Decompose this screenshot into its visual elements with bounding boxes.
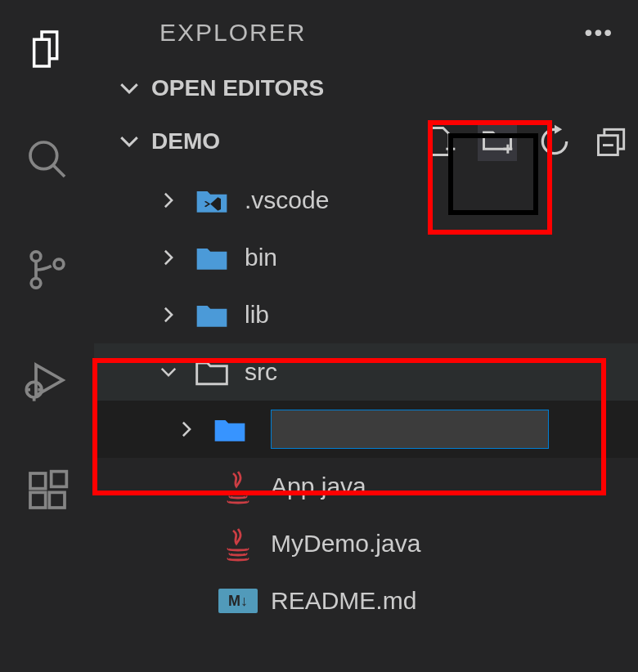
- chevron-right-icon: [176, 420, 197, 438]
- tree-folder-vscode[interactable]: .vscode: [94, 172, 638, 229]
- svg-point-3: [31, 279, 41, 289]
- svg-point-0: [30, 142, 57, 169]
- new-file-icon[interactable]: [420, 122, 460, 161]
- svg-rect-10: [30, 492, 46, 508]
- svg-point-2: [31, 252, 41, 262]
- svg-rect-9: [30, 473, 46, 489]
- chevron-right-icon: [158, 249, 179, 267]
- java-file-icon: [218, 524, 258, 563]
- file-tree: .vscode bin lib: [94, 172, 638, 629]
- folder-icon: [210, 410, 249, 449]
- tree-label: MyDemo.java: [271, 530, 420, 558]
- svg-rect-11: [49, 492, 65, 508]
- tree-label: .vscode: [245, 186, 329, 214]
- new-folder-name-input[interactable]: [271, 410, 549, 449]
- tree-label: lib: [245, 301, 269, 329]
- project-header[interactable]: DEMO: [94, 110, 638, 172]
- tree-label: App.java: [271, 473, 366, 500]
- source-control-icon[interactable]: [19, 241, 76, 298]
- explorer-icon[interactable]: [19, 20, 76, 78]
- svg-line-1: [53, 165, 65, 177]
- sidebar-title: EXPLORER: [160, 19, 306, 47]
- project-name: DEMO: [151, 128, 220, 155]
- collapse-all-icon[interactable]: [592, 122, 631, 161]
- chevron-down-icon: [119, 131, 140, 152]
- tree-file-app[interactable]: App.java: [94, 458, 638, 515]
- svg-point-4: [54, 259, 64, 269]
- tree-folder-src[interactable]: src: [94, 343, 638, 401]
- tree-label: README.md: [271, 587, 416, 615]
- chevron-right-icon: [158, 191, 179, 209]
- folder-icon: [192, 295, 231, 334]
- tree-folder-lib[interactable]: lib: [94, 286, 638, 343]
- tree-file-mydemo[interactable]: MyDemo.java: [94, 515, 638, 572]
- folder-vscode-icon: [192, 181, 231, 220]
- tree-file-readme[interactable]: M↓ README.md: [94, 572, 638, 629]
- tree-new-folder-row[interactable]: [94, 401, 638, 458]
- sidebar-header: EXPLORER •••: [94, 0, 638, 65]
- extensions-icon[interactable]: [19, 462, 76, 519]
- more-actions-icon[interactable]: •••: [585, 20, 613, 46]
- java-file-icon: [218, 467, 258, 506]
- chevron-down-icon: [158, 363, 179, 381]
- activity-bar: [0, 0, 94, 672]
- search-icon[interactable]: [19, 131, 76, 188]
- run-debug-icon[interactable]: [19, 352, 76, 409]
- project-actions: [420, 122, 631, 161]
- refresh-icon[interactable]: [535, 122, 574, 161]
- explorer-sidebar: EXPLORER ••• OPEN EDITORS DEMO: [94, 0, 638, 672]
- folder-icon: [192, 238, 231, 277]
- tree-label: bin: [245, 244, 277, 271]
- tree-label: src: [245, 358, 277, 386]
- open-editors-header[interactable]: OPEN EDITORS: [94, 65, 638, 110]
- open-editors-label: OPEN EDITORS: [151, 75, 324, 101]
- folder-open-icon: [192, 352, 231, 392]
- markdown-file-icon: M↓: [218, 581, 258, 620]
- chevron-down-icon: [119, 78, 140, 99]
- tree-folder-bin[interactable]: bin: [94, 229, 638, 286]
- chevron-right-icon: [158, 306, 179, 324]
- svg-rect-12: [51, 472, 66, 487]
- new-folder-icon[interactable]: [478, 122, 517, 161]
